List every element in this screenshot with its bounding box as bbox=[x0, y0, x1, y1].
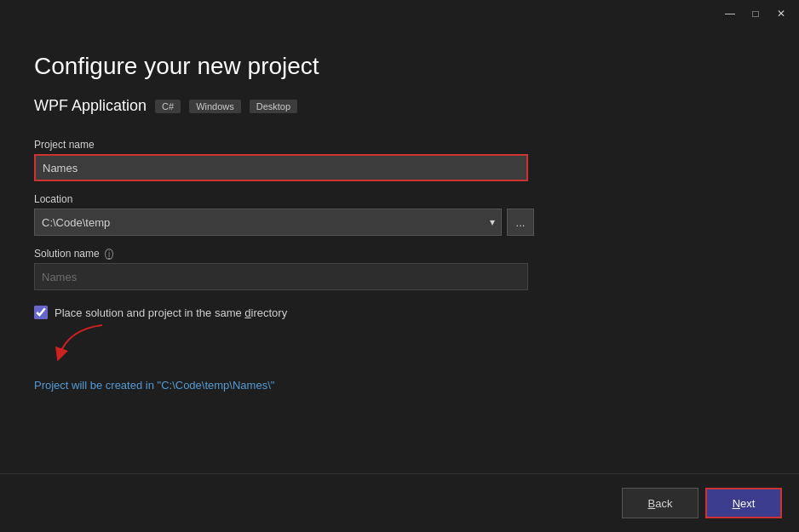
same-directory-label[interactable]: Place solution and project in the same d… bbox=[55, 306, 287, 319]
browse-button[interactable]: ... bbox=[507, 209, 534, 236]
project-path-info: Project will be created in "C:\Code\temp… bbox=[34, 379, 765, 392]
same-directory-checkbox[interactable] bbox=[34, 306, 48, 319]
page-title: Configure your new project bbox=[34, 53, 765, 80]
minimize-button[interactable]: — bbox=[719, 6, 741, 21]
tag-csharp: C# bbox=[155, 100, 181, 113]
window-controls: — □ ✕ bbox=[719, 6, 792, 21]
project-name-input[interactable] bbox=[34, 154, 528, 181]
configure-project-window: — □ ✕ Configure your new project WPF App… bbox=[0, 0, 799, 532]
main-content: Configure your new project WPF Applicati… bbox=[0, 27, 799, 473]
project-type-row: WPF Application C# Windows Desktop bbox=[34, 97, 765, 115]
close-button[interactable]: ✕ bbox=[770, 6, 792, 21]
location-label: Location bbox=[34, 193, 765, 205]
tag-windows: Windows bbox=[189, 100, 241, 113]
solution-name-label: Solution name i bbox=[34, 248, 765, 260]
title-bar: — □ ✕ bbox=[0, 0, 799, 27]
next-button[interactable]: Next bbox=[705, 488, 782, 518]
checkbox-row: Place solution and project in the same d… bbox=[34, 306, 765, 319]
solution-name-group: Solution name i bbox=[34, 248, 765, 290]
footer: Back Next bbox=[0, 473, 799, 532]
project-name-group: Project name bbox=[34, 139, 765, 181]
project-name-label: Project name bbox=[34, 139, 765, 151]
form-section: Project name Location C:\Code\temp ... S… bbox=[34, 139, 765, 456]
location-select[interactable]: C:\Code\temp bbox=[34, 209, 502, 236]
annotation-arrow bbox=[34, 328, 765, 362]
solution-name-input[interactable] bbox=[34, 263, 528, 290]
location-row: C:\Code\temp ... bbox=[34, 209, 765, 236]
back-button[interactable]: Back bbox=[622, 488, 698, 518]
maximize-button[interactable]: □ bbox=[744, 6, 767, 21]
location-dropdown-wrapper: C:\Code\temp bbox=[34, 209, 502, 236]
location-group: Location C:\Code\temp ... bbox=[34, 193, 765, 236]
project-type-label: WPF Application bbox=[34, 97, 147, 115]
red-arrow-svg bbox=[43, 321, 128, 368]
tag-desktop: Desktop bbox=[250, 100, 297, 113]
